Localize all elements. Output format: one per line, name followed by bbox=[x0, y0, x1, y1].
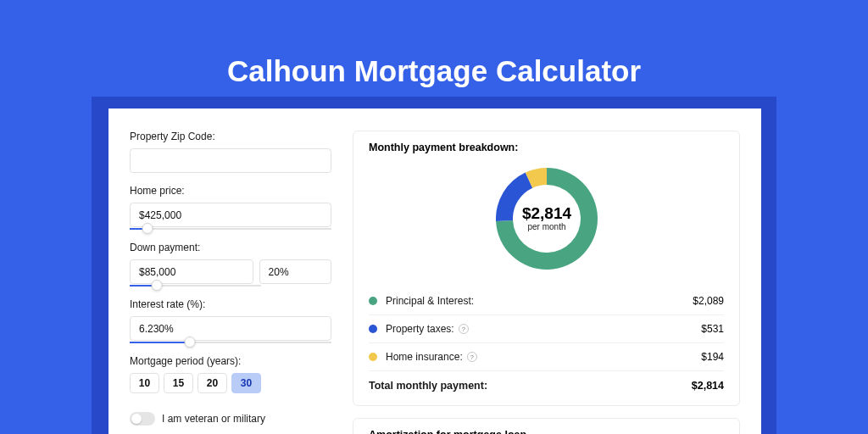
period-option-15[interactable]: 15 bbox=[164, 373, 193, 393]
down-payment-slider[interactable] bbox=[130, 285, 261, 287]
period-option-20[interactable]: 20 bbox=[198, 373, 227, 393]
legend-row: Property taxes:?$531 bbox=[369, 315, 724, 343]
legend-row: Home insurance:?$194 bbox=[369, 343, 724, 371]
home-price-label: Home price: bbox=[130, 185, 331, 197]
info-icon[interactable]: ? bbox=[467, 352, 477, 362]
zip-input[interactable] bbox=[130, 148, 331, 173]
info-icon[interactable]: ? bbox=[459, 324, 469, 334]
period-option-10[interactable]: 10 bbox=[130, 373, 159, 393]
slider-fill bbox=[130, 342, 190, 343]
zip-group: Property Zip Code: bbox=[130, 131, 331, 173]
veteran-label: I am veteran or military bbox=[162, 413, 265, 425]
page-title: Calhoun Mortgage Calculator bbox=[0, 0, 868, 88]
breakdown-title: Monthly payment breakdown: bbox=[369, 142, 724, 153]
down-payment-amount-input[interactable] bbox=[130, 259, 253, 284]
breakdown-card: Monthly payment breakdown: $2,814per mon… bbox=[353, 131, 740, 406]
down-payment-label: Down payment: bbox=[130, 242, 331, 253]
mortgage-period-label: Mortgage period (years): bbox=[130, 355, 331, 367]
down-payment-percent-input[interactable] bbox=[259, 259, 331, 284]
period-options: 10152030 bbox=[130, 373, 331, 393]
results-column: Monthly payment breakdown: $2,814per mon… bbox=[353, 108, 761, 434]
calculator-card: Property Zip Code: Home price: Down paym… bbox=[108, 108, 761, 434]
donut-svg: $2,814per month bbox=[492, 164, 602, 274]
home-price-slider[interactable] bbox=[130, 228, 331, 230]
legend-row: Principal & Interest:$2,089 bbox=[369, 287, 724, 315]
legend-dot bbox=[369, 297, 377, 305]
mortgage-period-group: Mortgage period (years): 10152030 bbox=[130, 355, 331, 393]
interest-rate-slider[interactable] bbox=[130, 342, 331, 343]
interest-rate-group: Interest rate (%): bbox=[130, 298, 331, 343]
home-price-group: Home price: bbox=[130, 185, 331, 230]
legend-value: $194 bbox=[701, 351, 724, 363]
interest-rate-input[interactable] bbox=[130, 316, 331, 341]
form-column: Property Zip Code: Home price: Down paym… bbox=[108, 108, 353, 434]
interest-rate-label: Interest rate (%): bbox=[130, 298, 331, 310]
legend-value: $2,089 bbox=[693, 295, 724, 307]
period-option-30[interactable]: 30 bbox=[231, 373, 261, 393]
legend-dot bbox=[369, 353, 377, 361]
donut-chart: $2,814per month bbox=[369, 164, 724, 274]
slider-thumb[interactable] bbox=[185, 337, 196, 348]
legend-list: Principal & Interest:$2,089Property taxe… bbox=[369, 287, 724, 371]
total-label: Total monthly payment: bbox=[369, 380, 692, 392]
down-payment-group: Down payment: bbox=[130, 242, 331, 287]
legend-label: Principal & Interest: bbox=[386, 295, 693, 307]
slider-thumb[interactable] bbox=[152, 280, 163, 291]
total-row: Total monthly payment: $2,814 bbox=[369, 371, 724, 393]
legend-label: Property taxes:? bbox=[386, 323, 701, 335]
total-value: $2,814 bbox=[692, 380, 724, 392]
legend-label: Home insurance:? bbox=[386, 351, 701, 363]
legend-value: $531 bbox=[701, 323, 724, 335]
zip-label: Property Zip Code: bbox=[130, 131, 331, 142]
veteran-toggle[interactable] bbox=[130, 412, 155, 426]
donut-center-value: $2,814 bbox=[521, 204, 571, 222]
donut-center-sub: per month bbox=[527, 222, 565, 231]
veteran-row: I am veteran or military bbox=[130, 412, 331, 426]
home-price-input[interactable] bbox=[130, 203, 331, 227]
slider-thumb[interactable] bbox=[142, 223, 153, 234]
legend-dot bbox=[369, 325, 377, 333]
amortization-title: Amortization for mortgage loan bbox=[369, 429, 724, 434]
amortization-card: Amortization for mortgage loan Amortizat… bbox=[353, 418, 740, 434]
